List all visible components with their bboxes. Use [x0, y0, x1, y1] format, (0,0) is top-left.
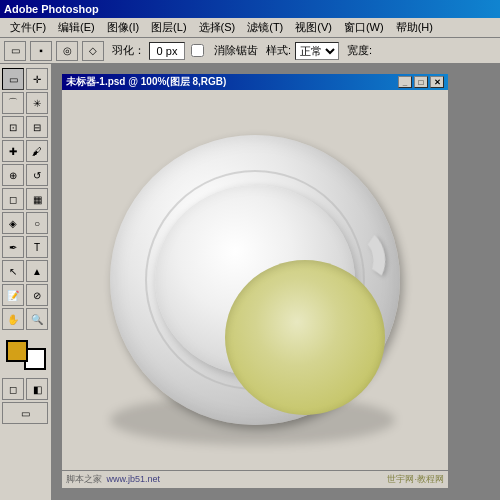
menu-help[interactable]: 帮助(H) [390, 18, 439, 37]
tool-row-6: ◻ ▦ [2, 188, 49, 210]
marquee-tool[interactable]: ▭ [2, 68, 24, 90]
eyedropper-tool[interactable]: ⊘ [26, 284, 48, 306]
doc-minimize-btn[interactable]: _ [398, 76, 412, 88]
pen-tool[interactable]: ✒ [2, 236, 24, 258]
watermark-right: 世宇网·教程网 [387, 473, 444, 486]
move-tool[interactable]: ✛ [26, 68, 48, 90]
eraser-tool[interactable]: ◻ [2, 188, 24, 210]
menu-view[interactable]: 视图(V) [289, 18, 338, 37]
options-btn-4[interactable]: ◇ [82, 41, 104, 61]
stamp-tool[interactable]: ⊕ [2, 164, 24, 186]
cup-illustration [105, 130, 405, 430]
path-select-tool[interactable]: ↖ [2, 260, 24, 282]
brush-tool[interactable]: 🖌 [26, 140, 48, 162]
cup-body [155, 185, 355, 375]
options-btn-1[interactable]: ▭ [4, 41, 26, 61]
antialias-checkbox[interactable] [191, 44, 204, 57]
menu-file[interactable]: 文件(F) [4, 18, 52, 37]
dodge-tool[interactable]: ○ [26, 212, 48, 234]
slice-tool[interactable]: ⊟ [26, 116, 48, 138]
healing-tool[interactable]: ✚ [2, 140, 24, 162]
color-swatches [2, 336, 49, 372]
app-title-text: Adobe Photoshop [4, 3, 99, 15]
document-title-bar: 未标器-1.psd @ 100%(图层 8,RGB) _ □ ✕ [62, 74, 448, 90]
standard-mode-btn[interactable]: ◻ [2, 378, 24, 400]
document-title: 未标器-1.psd @ 100%(图层 8,RGB) [66, 75, 396, 89]
hand-tool[interactable]: ✋ [2, 308, 24, 330]
menu-bar: 文件(F) 编辑(E) 图像(I) 图层(L) 选择(S) 滤镜(T) 视图(V… [0, 18, 500, 38]
doc-close-btn[interactable]: ✕ [430, 76, 444, 88]
antialias-label: 消除锯齿 [214, 43, 258, 58]
tool-row-11: ✋ 🔍 [2, 308, 49, 330]
shape-tool[interactable]: ▲ [26, 260, 48, 282]
history-tool[interactable]: ↺ [26, 164, 48, 186]
document-window: 未标器-1.psd @ 100%(图层 8,RGB) _ □ ✕ [60, 72, 450, 490]
screen-mode-btn[interactable]: ▭ [2, 402, 48, 424]
tool-row-3: ⊡ ⊟ [2, 116, 49, 138]
tool-row-1: ▭ ✛ [2, 68, 49, 90]
watermark-url: www.jb51.net [107, 474, 161, 484]
magic-wand-tool[interactable]: ✳ [26, 92, 48, 114]
width-label: 宽度: [347, 43, 372, 58]
menu-filter[interactable]: 滤镜(T) [241, 18, 289, 37]
screen-mode-row: ▭ [2, 402, 49, 424]
menu-window[interactable]: 窗口(W) [338, 18, 390, 37]
app-title-bar: Adobe Photoshop [0, 0, 500, 18]
menu-select[interactable]: 选择(S) [193, 18, 242, 37]
notes-tool[interactable]: 📝 [2, 284, 24, 306]
menu-layer[interactable]: 图层(L) [145, 18, 192, 37]
canvas-content [62, 90, 448, 470]
zoom-tool[interactable]: 🔍 [26, 308, 48, 330]
menu-edit[interactable]: 编辑(E) [52, 18, 101, 37]
tool-row-5: ⊕ ↺ [2, 164, 49, 186]
watermark-left: 脚本之家 www.jb51.net [66, 473, 160, 486]
options-btn-3[interactable]: ◎ [56, 41, 78, 61]
main-area: ▭ ✛ ⌒ ✳ ⊡ ⊟ ✚ 🖌 ⊕ ↺ ◻ ▦ ◈ ○ [0, 64, 500, 500]
toolbox: ▭ ✛ ⌒ ✳ ⊡ ⊟ ✚ 🖌 ⊕ ↺ ◻ ▦ ◈ ○ [0, 64, 52, 500]
options-btn-2[interactable]: ▪ [30, 41, 52, 61]
watermark-left-text: 脚本之家 [66, 474, 102, 484]
tool-row-10: 📝 ⊘ [2, 284, 49, 306]
doc-maximize-btn[interactable]: □ [414, 76, 428, 88]
quick-mask-btn[interactable]: ◧ [26, 378, 48, 400]
tool-row-2: ⌒ ✳ [2, 92, 49, 114]
tool-row-7: ◈ ○ [2, 212, 49, 234]
crop-tool[interactable]: ⊡ [2, 116, 24, 138]
style-label: 样式: [266, 43, 291, 58]
blur-tool[interactable]: ◈ [2, 212, 24, 234]
options-bar: ▭ ▪ ◎ ◇ 羽化： 消除锯齿 样式: 正常 宽度: [0, 38, 500, 64]
text-tool[interactable]: T [26, 236, 48, 258]
lasso-tool[interactable]: ⌒ [2, 92, 24, 114]
tool-row-4: ✚ 🖌 [2, 140, 49, 162]
feather-label: 羽化： [112, 43, 145, 58]
canvas-area[interactable]: 未标器-1.psd @ 100%(图层 8,RGB) _ □ ✕ [52, 64, 500, 500]
menu-image[interactable]: 图像(I) [101, 18, 145, 37]
style-select[interactable]: 正常 [295, 42, 339, 60]
tool-row-8: ✒ T [2, 236, 49, 258]
mode-row: ◻ ◧ [2, 378, 49, 400]
feather-input[interactable] [149, 42, 185, 60]
watermarks-bar: 脚本之家 www.jb51.net 世宇网·教程网 [62, 470, 448, 488]
foreground-color-swatch[interactable] [6, 340, 28, 362]
gradient-tool[interactable]: ▦ [26, 188, 48, 210]
tool-row-9: ↖ ▲ [2, 260, 49, 282]
